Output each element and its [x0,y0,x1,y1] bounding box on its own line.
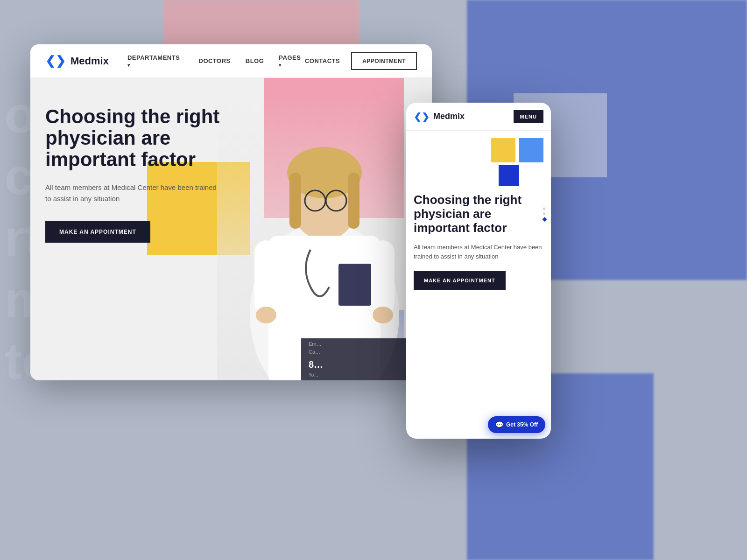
scroll-dot-active [543,217,547,222]
svg-rect-11 [371,240,395,315]
doctor-image [217,91,432,380]
desktop-nav-links: DEPARTAMENTS DOCTORS BLOG PAGES [127,54,305,68]
svg-rect-9 [338,264,371,306]
mobile-menu-button[interactable]: MENU [514,110,543,123]
mobile-blue-shape [499,165,519,186]
desktop-logo-icon: ❮❯ [45,54,66,68]
scroll-dot-1 [543,207,545,210]
nav-contacts[interactable]: CONTACTS [305,57,340,64]
desktop-logo-text: Medmix [70,55,109,67]
desktop-hero: Choosing the right physician are importa… [30,78,432,380]
desktop-nav: ❮❯ Medmix DEPARTAMENTS DOCTORS BLOG PAGE… [30,44,432,78]
chat-icon: 💬 [495,421,503,428]
svg-rect-4 [348,173,359,229]
appointment-button[interactable]: APPOINTMENT [351,52,417,70]
overlay-content: Em…Ca… 8… Yo… [309,340,323,378]
scroll-dot-2 [543,212,545,215]
mobile-logo-icon: ❮❯ [414,111,430,122]
nav-doctors[interactable]: DOCTORS [199,57,231,64]
mobile-nav: ❮❯ Medmix MENU [406,103,551,131]
mobile-mockup: ❮❯ Medmix MENU Choosing the right physic… [406,103,551,439]
desktop-logo-area: ❮❯ Medmix [45,54,109,68]
hero-content: Choosing the right physician are importa… [45,106,223,243]
nav-departaments[interactable]: DEPARTAMENTS [127,54,184,68]
hero-title: Choosing the right physician are importa… [45,106,223,171]
get-discount-button[interactable]: 💬 Get 35% Off [488,416,545,433]
svg-rect-10 [254,240,278,315]
svg-point-13 [373,307,393,323]
mobile-logo-area: ❮❯ Medmix [414,111,514,122]
mobile-light-blue-shape [519,138,543,162]
desktop-nav-right: CONTACTS APPOINTMENT [305,52,417,70]
mobile-yellow-shape [491,138,515,162]
nav-blog[interactable]: BLOG [246,57,264,64]
mobile-hero-title: Choosing the right physician are importa… [414,193,543,235]
hero-subtitle: All team members at Medical Center have … [45,182,223,204]
nav-pages[interactable]: PAGES [279,54,305,68]
mobile-hero-cta-button[interactable]: MAKE AN APPOINTMENT [414,271,506,290]
mobile-hero: Choosing the right physician are importa… [406,131,551,297]
mobile-scroll-dots [543,207,546,221]
mobile-logo-text: Medmix [433,112,465,121]
doctor-svg [217,91,432,380]
svg-rect-3 [289,173,301,229]
desktop-mockup: ❮❯ Medmix DEPARTAMENTS DOCTORS BLOG PAGE… [30,44,432,380]
mobile-hero-subtitle: All team members at Medical Center have … [414,243,543,262]
svg-point-12 [256,307,276,323]
discount-label: Get 35% Off [506,421,538,428]
hero-cta-button[interactable]: MAKE AN APPOINTMENT [45,221,150,243]
